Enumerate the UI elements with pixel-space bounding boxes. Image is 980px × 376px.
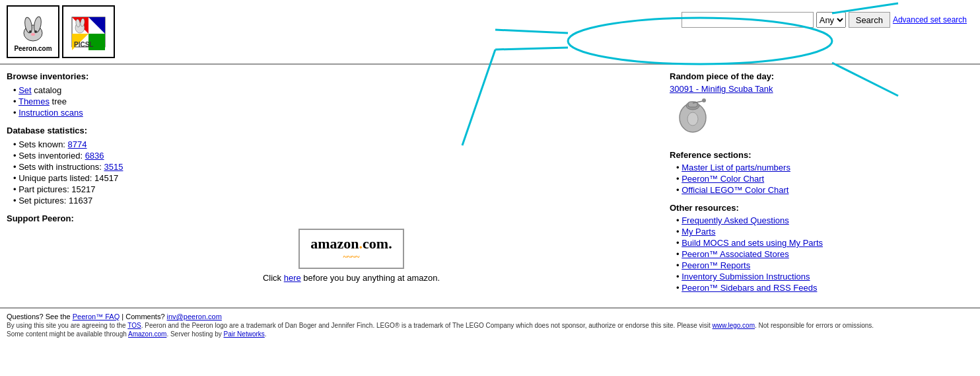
search-select[interactable]: Any xyxy=(816,12,846,28)
amazon-text: amazon.com. xyxy=(310,235,392,252)
footer-line1: Questions? See the Peeron™ FAQ | Comment… xyxy=(7,313,973,320)
advanced-set-search-link[interactable]: Advanced set search xyxy=(893,15,967,24)
other-resources-title: Other resources: xyxy=(670,203,973,213)
svg-point-26 xyxy=(702,98,706,102)
amazon-footer-link[interactable]: Amazon.com xyxy=(128,330,166,338)
list-item: Set pictures: 11637 xyxy=(13,196,643,206)
other-resources-list: Frequently Asked Questions My Parts Buil… xyxy=(670,215,973,293)
themes-link[interactable]: Themes xyxy=(18,96,50,106)
picsl-logo: PICSL xyxy=(62,5,115,58)
search-input[interactable] xyxy=(682,12,814,28)
sets-instructions-link[interactable]: 3515 xyxy=(104,162,123,172)
reports-link[interactable]: Peeron™ Reports xyxy=(682,260,750,270)
amazon-here-link[interactable]: here xyxy=(284,273,301,283)
list-item: Peeron™ Sidebars and RSS Feeds xyxy=(676,283,973,293)
reference-section: Reference sections: Master List of parts… xyxy=(670,150,973,195)
inventory-submission-link[interactable]: Inventory Submission Instructions xyxy=(682,272,810,282)
peeron-rabbit-icon xyxy=(17,12,50,45)
right-panel: Random piece of the day: 30091 - Minifig… xyxy=(656,71,973,301)
list-item: Sets with instructions: 3515 xyxy=(13,162,643,172)
list-item: Part pictures: 15217 xyxy=(13,184,643,194)
peeron-faq-link[interactable]: Peeron™ FAQ xyxy=(73,313,120,320)
search-area: Any Search Advanced set search xyxy=(682,12,967,28)
peeron-logo-text: Peeron.com xyxy=(14,45,52,52)
instruction-scans-link[interactable]: Instruction scans xyxy=(18,108,83,118)
svg-point-24 xyxy=(687,112,698,126)
piece-image xyxy=(670,98,716,137)
associated-stores-link[interactable]: Peeron™ Associated Stores xyxy=(682,249,789,259)
peeron-logo: Peeron.com xyxy=(7,5,59,58)
list-item: Sets inventoried: 6836 xyxy=(13,151,643,161)
ref-links-list: Master List of parts/numbers Peeron™ Col… xyxy=(670,163,973,195)
pair-networks-link[interactable]: Pair Networks xyxy=(224,330,265,338)
svg-line-16 xyxy=(495,30,568,33)
amazon-box: amazon.com. ~~~~ xyxy=(298,229,403,269)
sets-inventoried-link[interactable]: 6836 xyxy=(85,151,104,161)
left-panel: Browse inventories: Set catalog Themes t… xyxy=(7,71,656,301)
lego-com-link[interactable]: www.lego.com xyxy=(713,322,755,329)
set-catalog-link[interactable]: Set xyxy=(18,85,32,95)
list-item: Unique parts listed: 14517 xyxy=(13,173,643,183)
list-item: Instruction scans xyxy=(13,108,643,118)
list-item: Set catalog xyxy=(13,85,643,95)
svg-text:PICSL: PICSL xyxy=(74,41,93,48)
email-link[interactable]: inv@peeron.com xyxy=(167,313,222,320)
list-item: Build MOCS and sets using My Parts xyxy=(676,238,973,248)
browse-list: Set catalog Themes tree Instruction scan… xyxy=(7,85,643,118)
sets-known-link[interactable]: 8774 xyxy=(68,139,87,149)
header: Peeron.com PICSL xyxy=(0,0,980,65)
footer-line2: By using this site you are agreeing to t… xyxy=(7,322,973,329)
tos-link[interactable]: TOS xyxy=(127,322,141,329)
svg-point-3 xyxy=(29,30,32,33)
main-content: Browse inventories: Set catalog Themes t… xyxy=(0,65,980,307)
logo-area: Peeron.com PICSL xyxy=(7,5,115,58)
footer: Questions? See the Peeron™ FAQ | Comment… xyxy=(0,307,980,342)
list-item: Peeron™ Associated Stores xyxy=(676,249,973,259)
list-item: Master List of parts/numbers xyxy=(676,163,973,172)
build-mocs-link[interactable]: Build MOCS and sets using My Parts xyxy=(682,238,823,248)
peeron-color-chart-link[interactable]: Peeron™ Color Chart xyxy=(682,174,764,184)
amazon-smile: ~~~~ xyxy=(310,252,392,262)
random-piece-link[interactable]: 30091 - Minifig Scuba Tank xyxy=(670,84,773,94)
support-title: Support Peeron: xyxy=(7,213,643,223)
amazon-area: amazon.com. ~~~~ Click here before you b… xyxy=(59,229,643,283)
svg-point-4 xyxy=(34,30,37,33)
browse-title: Browse inventories: xyxy=(7,71,643,81)
list-item: My Parts xyxy=(676,227,973,237)
sidebars-rss-link[interactable]: Peeron™ Sidebars and RSS Feeds xyxy=(682,283,817,293)
stats-list: Sets known: 8774 Sets inventoried: 6836 … xyxy=(7,139,643,206)
list-item: Peeron™ Color Chart xyxy=(676,174,973,184)
list-item: Sets known: 8774 xyxy=(13,139,643,149)
faq-link[interactable]: Frequently Asked Questions xyxy=(682,215,789,225)
list-item: Themes tree xyxy=(13,96,643,106)
svg-point-5 xyxy=(31,33,35,36)
random-piece-title: Random piece of the day: xyxy=(670,71,973,81)
search-button[interactable]: Search xyxy=(849,12,890,28)
picsl-logo-icon: PICSL xyxy=(69,14,108,50)
db-stats-title: Database statistics: xyxy=(7,126,643,135)
list-item: Inventory Submission Instructions xyxy=(676,272,973,282)
list-item: Peeron™ Reports xyxy=(676,260,973,270)
ref-title: Reference sections: xyxy=(670,150,973,160)
amazon-caption: Click here before you buy anything at am… xyxy=(59,273,643,283)
master-list-link[interactable]: Master List of parts/numbers xyxy=(682,163,790,172)
support-section: Support Peeron: xyxy=(7,213,643,223)
other-resources-section: Other resources: Frequently Asked Questi… xyxy=(670,203,973,293)
svg-line-17 xyxy=(495,48,568,50)
my-parts-link[interactable]: My Parts xyxy=(682,227,715,237)
list-item: Official LEGO™ Color Chart xyxy=(676,185,973,195)
random-piece-section: Random piece of the day: 30091 - Minifig… xyxy=(670,71,973,139)
list-item: Frequently Asked Questions xyxy=(676,215,973,225)
footer-line3: Some content might be available through … xyxy=(7,330,973,338)
lego-color-chart-link[interactable]: Official LEGO™ Color Chart xyxy=(682,185,788,195)
